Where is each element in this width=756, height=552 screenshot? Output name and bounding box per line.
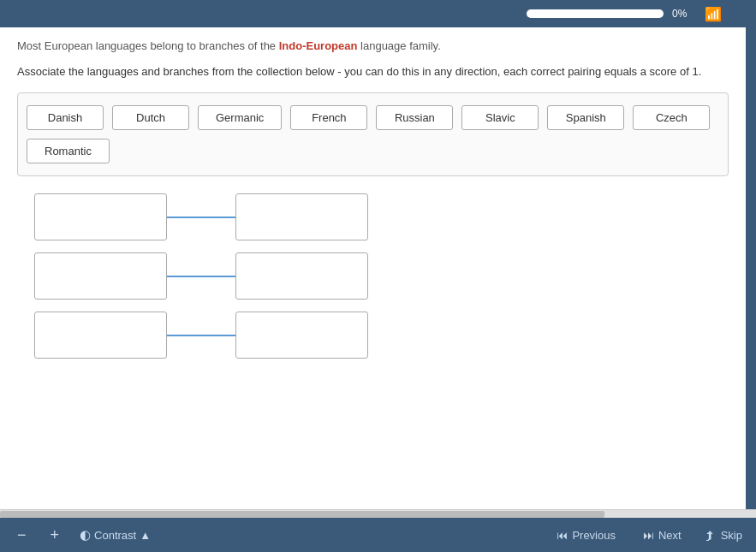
word-chip-slavic[interactable]: Slavic — [461, 105, 539, 130]
main-content: Most European languages belong to branch… — [0, 27, 756, 509]
match-box-right-1[interactable] — [235, 193, 368, 240]
zoom-out-button[interactable]: − — [14, 526, 30, 544]
contrast-arrow: ▲ — [140, 529, 151, 542]
progress-bar-container — [527, 9, 664, 18]
previous-button[interactable]: ⏮ Previous — [551, 529, 621, 542]
intro-after: language family. — [357, 39, 440, 52]
contrast-icon: ◐ — [80, 527, 91, 543]
skip-label: Skip — [721, 529, 742, 542]
next-label: Next — [658, 529, 682, 542]
skip-button[interactable]: ⮭ Skip — [704, 528, 742, 543]
word-chip-spanish[interactable]: Spanish — [547, 105, 624, 130]
previous-icon: ⏮ — [557, 529, 568, 542]
match-connector-1 — [167, 217, 235, 218]
zoom-in-button[interactable]: + — [47, 526, 63, 544]
word-chip-russian[interactable]: Russian — [376, 105, 453, 130]
match-connector-2 — [167, 276, 235, 277]
word-chip-dutch[interactable]: Dutch — [112, 105, 189, 130]
word-chip-czech[interactable]: Czech — [633, 105, 710, 130]
match-box-left-1[interactable] — [34, 193, 167, 240]
progress-label: 0% — [672, 8, 696, 20]
bottom-nav: − + ◐ Contrast ▲ ⏮ Previous ⏭ Next ⮭ Ski… — [0, 518, 756, 552]
word-chip-danish[interactable]: Danish — [27, 105, 104, 130]
match-box-left-3[interactable] — [34, 312, 167, 359]
word-chip-french[interactable]: French — [290, 105, 367, 130]
skip-icon: ⮭ — [704, 528, 717, 543]
intro-before: Most European languages belong to branch… — [17, 39, 279, 52]
match-connector-3 — [167, 335, 235, 336]
word-chip-germanic[interactable]: Germanic — [198, 105, 282, 130]
instruction-text: Associate the languages and branches fro… — [17, 63, 729, 81]
zoom-out-icon: − — [17, 526, 27, 544]
h-scrollbar-thumb — [0, 511, 604, 518]
intro-bold: Indo-European — [279, 39, 358, 52]
match-row-2 — [34, 252, 711, 300]
wifi-icon: 📶 — [705, 6, 722, 22]
word-bank: Danish Dutch Germanic French Russian Sla… — [17, 92, 729, 176]
contrast-label: Contrast — [94, 529, 136, 542]
matching-area — [17, 193, 729, 359]
contrast-button[interactable]: ◐ Contrast ▲ — [80, 527, 151, 543]
previous-label: Previous — [572, 529, 616, 542]
match-box-right-2[interactable] — [235, 252, 368, 300]
next-button[interactable]: ⏭ Next — [638, 529, 687, 542]
match-box-left-2[interactable] — [34, 252, 167, 300]
h-scrollbar[interactable] — [0, 509, 756, 518]
zoom-in-icon: + — [51, 526, 60, 544]
match-row-3 — [34, 312, 711, 359]
match-box-right-3[interactable] — [235, 312, 368, 359]
next-icon: ⏭ — [643, 529, 654, 542]
match-row-1 — [34, 193, 711, 240]
intro-text: Most European languages belong to branch… — [17, 38, 729, 55]
top-bar: 0% 📶 — [0, 0, 756, 27]
word-chip-romantic[interactable]: Romantic — [27, 139, 110, 163]
